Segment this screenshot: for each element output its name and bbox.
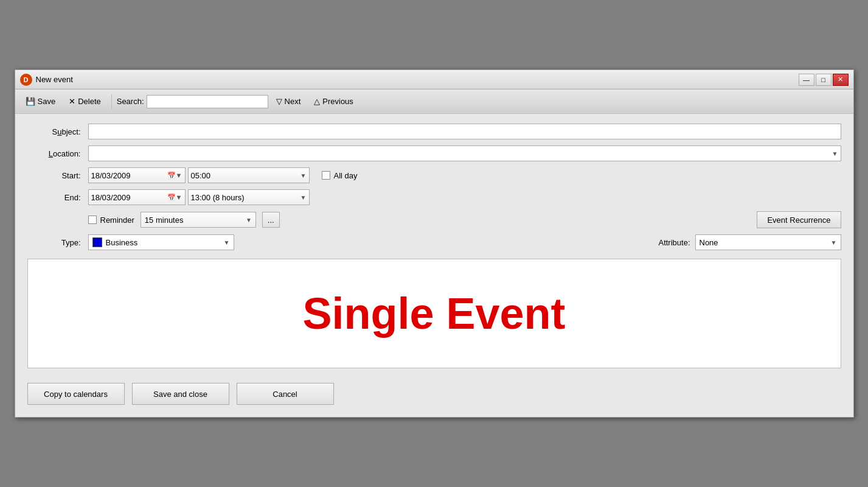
start-date-field[interactable]: 18/03/2009 📅▼ — [88, 167, 186, 183]
start-calendar-icon[interactable]: 📅▼ — [167, 172, 182, 180]
reminder-label: Reminder — [100, 215, 134, 225]
window-title: New event — [36, 75, 73, 84]
start-time-field[interactable]: 05:00 ▼ — [188, 167, 310, 183]
subject-input[interactable] — [88, 124, 841, 139]
attribute-arrow[interactable]: ▼ — [831, 239, 837, 246]
type-arrow[interactable]: ▼ — [224, 239, 230, 246]
type-value: Business — [106, 238, 220, 247]
reminder-value: 15 minutes — [145, 215, 246, 225]
type-color-swatch — [92, 237, 102, 247]
type-select[interactable]: Business ▼ — [88, 234, 234, 250]
allday-label: All day — [334, 171, 358, 180]
start-date-text: 18/03/2009 — [91, 171, 167, 180]
app-icon: D — [20, 74, 32, 86]
end-label: End: — [27, 193, 88, 202]
search-label: Search: — [117, 97, 144, 106]
end-time-field[interactable]: 13:00 (8 hours) ▼ — [188, 189, 310, 205]
event-display-text: Single Event — [302, 289, 565, 338]
main-window: D New event — □ ✕ 💾 Save ✕ Delete Search… — [15, 69, 854, 418]
next-button[interactable]: ▽ Next — [271, 93, 307, 110]
next-label: Next — [285, 97, 301, 106]
location-row: Location: ▼ — [27, 145, 841, 161]
event-recurrence-button[interactable]: Event Recurrence — [757, 211, 841, 228]
delete-icon: ✕ — [69, 97, 75, 106]
previous-icon: △ — [314, 97, 320, 106]
title-bar-left: D New event — [20, 74, 73, 86]
reminder-select[interactable]: 15 minutes ▼ — [141, 212, 256, 228]
toolbar-separator — [111, 94, 112, 109]
end-calendar-icon[interactable]: 📅▼ — [167, 194, 182, 201]
start-row: Start: 18/03/2009 📅▼ 05:00 ▼ All day — [27, 167, 841, 183]
end-date-field[interactable]: 18/03/2009 📅▼ — [88, 189, 186, 205]
start-time-text: 05:00 — [191, 171, 300, 180]
end-time-arrow[interactable]: ▼ — [300, 194, 307, 201]
location-dropdown-arrow[interactable]: ▼ — [832, 150, 838, 157]
bottom-buttons: Copy to calendars Save and close Cancel — [27, 378, 841, 407]
save-button[interactable]: 💾 Save — [20, 93, 61, 110]
save-icon: 💾 — [26, 97, 35, 106]
start-time-arrow[interactable]: ▼ — [300, 172, 307, 179]
location-field[interactable]: ▼ — [88, 145, 841, 161]
reminder-left: Reminder 15 minutes ▼ ... — [88, 212, 280, 228]
reminder-dots-button[interactable]: ... — [262, 212, 280, 228]
event-display-area: Single Event — [27, 259, 841, 368]
attribute-value: None — [700, 238, 827, 247]
save-label: Save — [38, 97, 56, 106]
maximize-button[interactable]: □ — [816, 74, 832, 86]
type-row: Type: Business ▼ Attribute: None ▼ — [27, 234, 841, 250]
search-container: Search: — [117, 95, 268, 108]
cancel-button[interactable]: Cancel — [237, 383, 334, 405]
subject-label-text: Subject: — [52, 127, 81, 136]
allday-checkbox[interactable] — [322, 171, 330, 180]
title-bar: D New event — □ ✕ — [15, 70, 853, 89]
type-label: Type: — [27, 238, 88, 247]
reminder-arrow[interactable]: ▼ — [246, 217, 252, 223]
content-area: Subject: Location: ▼ Start: 18/03/2009 📅… — [15, 114, 853, 417]
previous-button[interactable]: △ Previous — [308, 93, 359, 110]
title-controls: — □ ✕ — [799, 74, 849, 86]
location-label-text: Location: — [49, 149, 81, 158]
location-label: Location: — [27, 149, 88, 158]
end-time-text: 13:00 (8 hours) — [191, 193, 300, 202]
delete-button[interactable]: ✕ Delete — [63, 93, 106, 110]
allday-container: All day — [322, 171, 358, 180]
reminder-checkbox[interactable] — [88, 215, 97, 224]
copy-to-calendars-button[interactable]: Copy to calendars — [27, 383, 125, 405]
end-row: End: 18/03/2009 📅▼ 13:00 (8 hours) ▼ — [27, 189, 841, 205]
location-input[interactable] — [91, 149, 832, 158]
reminder-row: Reminder 15 minutes ▼ ... Event Recurren… — [27, 211, 841, 228]
next-filter-icon: ▽ — [276, 97, 282, 106]
save-and-close-button[interactable]: Save and close — [132, 383, 229, 405]
delete-label: Delete — [78, 97, 101, 106]
previous-label: Previous — [322, 97, 353, 106]
search-input[interactable] — [147, 95, 268, 108]
attribute-label: Attribute: — [658, 238, 690, 247]
subject-row: Subject: — [27, 124, 841, 139]
end-date-text: 18/03/2009 — [91, 193, 167, 202]
toolbar: 💾 Save ✕ Delete Search: ▽ Next △ Previou… — [15, 89, 853, 114]
attribute-select[interactable]: None ▼ — [695, 234, 841, 250]
start-label: Start: — [27, 171, 88, 180]
minimize-button[interactable]: — — [799, 74, 814, 86]
subject-label: Subject: — [27, 127, 88, 136]
close-button[interactable]: ✕ — [833, 74, 849, 86]
